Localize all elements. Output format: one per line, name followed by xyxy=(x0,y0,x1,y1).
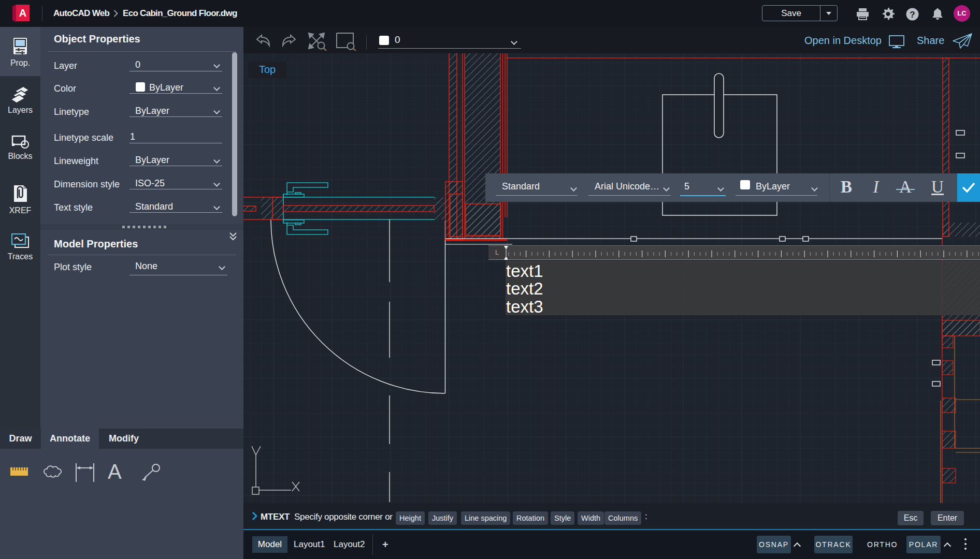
svg-text:?: ? xyxy=(910,10,915,20)
svg-text:A: A xyxy=(19,7,26,19)
